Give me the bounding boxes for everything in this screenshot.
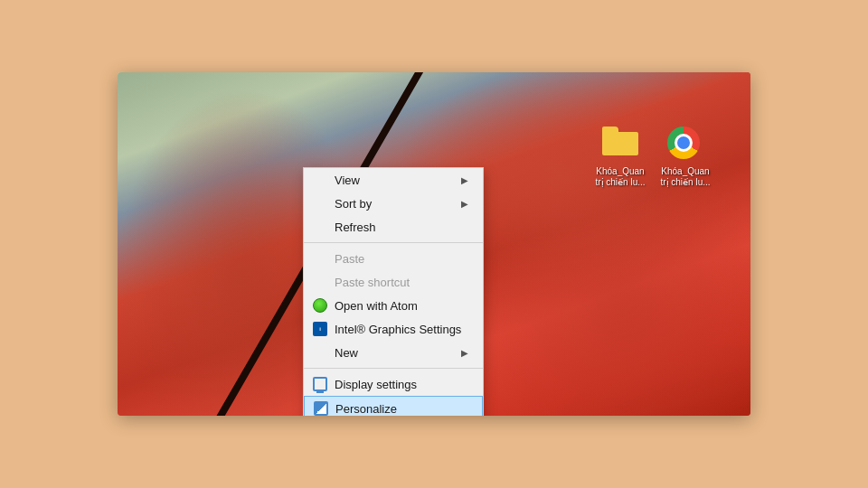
menu-item-display-label: Display settings <box>335 378 417 391</box>
menu-item-view[interactable]: View ▶ <box>304 168 483 192</box>
menu-item-new-icon <box>313 345 327 360</box>
folder-icon <box>602 127 638 163</box>
menu-item-sort-icon <box>313 196 327 211</box>
menu-item-paste-shortcut-label: Paste shortcut <box>335 276 410 289</box>
menu-item-new-label: New <box>335 346 358 360</box>
menu-item-personalize-label: Personalize <box>335 402 397 416</box>
menu-item-display-icon <box>313 377 327 391</box>
folder-icon-label: Khóa_Quan trị chiến lu... <box>591 166 649 188</box>
menu-item-paste-label: Paste <box>335 252 364 266</box>
menu-item-refresh-label: Refresh <box>335 221 376 234</box>
menu-item-paste-icon <box>313 251 327 266</box>
menu-item-refresh-icon <box>313 220 327 234</box>
desktop-icon-chrome[interactable]: Khóa_Quan trị chiến lu... <box>656 127 714 188</box>
chrome-icon <box>667 127 703 163</box>
menu-item-new-arrow: ▶ <box>461 348 468 358</box>
menu-item-paste[interactable]: Paste <box>304 247 483 270</box>
menu-item-sort-arrow: ▶ <box>461 199 468 209</box>
desktop-background[interactable]: View ▶ Sort by ▶ Refresh Paste <box>118 72 750 416</box>
context-menu: View ▶ Sort by ▶ Refresh Paste <box>303 167 484 416</box>
menu-item-paste-shortcut[interactable]: Paste shortcut <box>304 270 483 294</box>
separator-2 <box>304 368 483 369</box>
menu-item-open-atom[interactable]: Open with Atom <box>304 294 483 317</box>
menu-item-sort-label: Sort by <box>335 197 372 211</box>
menu-item-refresh[interactable]: Refresh <box>304 215 483 239</box>
menu-item-display-settings[interactable]: Display settings <box>304 372 483 396</box>
menu-item-view-label: View <box>335 174 360 187</box>
menu-item-intel-graphics[interactable]: i Intel® Graphics Settings <box>304 317 483 341</box>
menu-item-personalize-icon <box>314 401 328 416</box>
desktop-icon-folder[interactable]: Khóa_Quan trị chiến lu... <box>591 127 649 188</box>
menu-item-personalize[interactable]: Personalize <box>304 396 483 416</box>
menu-item-intel-icon: i <box>313 322 327 336</box>
menu-item-new[interactable]: New ▶ <box>304 341 483 364</box>
menu-item-intel-label: Intel® Graphics Settings <box>335 323 461 336</box>
separator-1 <box>304 242 483 243</box>
menu-item-view-icon <box>313 173 327 187</box>
chrome-icon-label: Khóa_Quan trị chiến lu... <box>656 166 714 188</box>
menu-item-view-arrow: ▶ <box>461 175 468 185</box>
desktop-icons: Khóa_Quan trị chiến lu... Khóa_Quan trị … <box>591 127 714 188</box>
menu-item-open-atom-label: Open with Atom <box>335 299 418 313</box>
screen-container: View ▶ Sort by ▶ Refresh Paste <box>118 72 750 416</box>
menu-item-atom-icon <box>313 298 327 313</box>
menu-item-sort-by[interactable]: Sort by ▶ <box>304 192 483 215</box>
menu-item-paste-shortcut-icon <box>313 275 327 289</box>
